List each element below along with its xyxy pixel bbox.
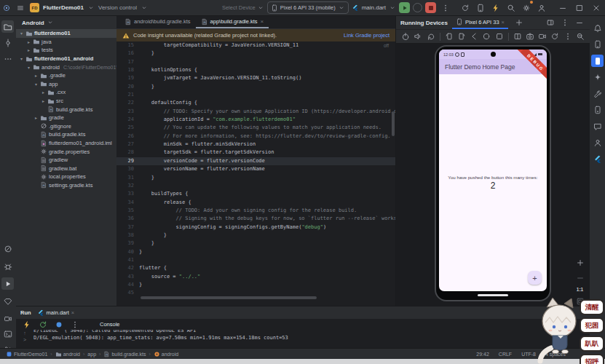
user-icon[interactable] — [535, 1, 547, 14]
tree-chevron-icon[interactable]: ▸ — [41, 98, 46, 103]
video-tool-icon[interactable] — [1, 312, 14, 325]
tree-item[interactable]: ▾app — [16, 80, 116, 89]
power-icon[interactable] — [400, 31, 411, 43]
mascot-action-button[interactable]: 犯困 — [580, 317, 604, 333]
tree-chevron-icon[interactable]: ▾ — [33, 82, 39, 87]
tree-chevron-icon[interactable]: ▾ — [19, 56, 24, 61]
bolt-icon[interactable] — [489, 1, 502, 14]
tree-item[interactable]: build.gradle.kts — [16, 105, 116, 114]
mascot-character[interactable] — [537, 296, 586, 364]
tree-item[interactable]: ▸.gradle — [16, 71, 116, 80]
minimize-button[interactable] — [556, 1, 569, 14]
editor-tab[interactable]: android\build.gradle.kts — [119, 16, 196, 28]
run-button[interactable] — [399, 2, 410, 13]
editor-vertical-scrollbar[interactable] — [392, 111, 395, 136]
project-tool-icon[interactable] — [1, 20, 14, 33]
tree-item[interactable]: ▸.cxx — [16, 88, 116, 97]
gear-icon[interactable] — [520, 1, 532, 14]
console-output[interactable]: ↑ > E/libEGL ( 5048): called unimplement… — [16, 330, 590, 349]
tree-item[interactable]: gradlew.bat — [16, 165, 116, 173]
tree-item[interactable]: ▸src — [16, 97, 116, 106]
build-tool-icon[interactable] — [591, 87, 604, 100]
dart-icon[interactable] — [52, 318, 65, 331]
increment-fab[interactable]: + — [528, 271, 542, 285]
breadcrumb-item[interactable]: app — [87, 352, 96, 357]
run-tab[interactable]: main.dart × — [37, 309, 75, 317]
tree-chevron-icon[interactable]: ▸ — [41, 90, 46, 95]
camera-icon[interactable] — [524, 31, 536, 43]
scroll-up-icon[interactable]: ↑ — [23, 330, 26, 336]
video-icon[interactable] — [537, 31, 548, 43]
close-tab-icon[interactable]: × — [71, 309, 74, 316]
tree-item[interactable]: ▾flutterdemo01_android — [16, 55, 116, 63]
editor-tab[interactable]: app\build.gradle.kts× — [196, 16, 269, 28]
link-gradle-project-link[interactable]: Link Gradle project — [344, 32, 390, 39]
zoom-out-button[interactable] — [574, 272, 586, 284]
more-v-icon[interactable] — [562, 31, 574, 43]
mute-tool-icon[interactable] — [1, 242, 14, 255]
logcat-tool-icon[interactable] — [591, 120, 604, 132]
tree-chevron-icon[interactable]: ▾ — [26, 65, 31, 70]
mascot-action-button[interactable]: 招呼 — [580, 354, 604, 364]
device-tab[interactable]: Pixel 6 API 33 × — [452, 16, 508, 29]
code-editor[interactable]: off 15 targetCompatibility = JavaVersion… — [116, 41, 395, 301]
restart-icon[interactable] — [36, 318, 49, 331]
zoom-in-button[interactable] — [574, 256, 586, 269]
more-options-icon[interactable] — [558, 17, 571, 29]
structure-tool-icon[interactable] — [1, 295, 14, 307]
gesture-nav-bar[interactable] — [478, 294, 508, 296]
tree-item[interactable]: flutterdemo01_android.iml — [16, 139, 116, 148]
tree-item[interactable]: settings.gradle.kts — [16, 181, 116, 190]
tree-item[interactable]: ▾androidC:\code\FlutterDemo01\and — [16, 63, 116, 71]
breadcrumb-item[interactable]: android — [154, 351, 178, 357]
bolt-icon[interactable] — [20, 318, 33, 331]
tree-chevron-icon[interactable]: ▸ — [33, 115, 39, 120]
breadcrumb-item[interactable]: FlutterDemo01 — [6, 351, 47, 357]
attach-debugger-button[interactable] — [413, 3, 422, 12]
bell-tool-icon[interactable] — [591, 22, 604, 34]
bug-tool-icon[interactable] — [1, 260, 14, 272]
zoom-ratio-button[interactable]: 1:1 — [577, 287, 583, 292]
layout-icon[interactable] — [544, 17, 556, 29]
editor-horizontal-scrollbar[interactable] — [141, 296, 317, 299]
flutter-tool-icon[interactable] — [591, 153, 604, 165]
tree-item[interactable]: .gitignore — [16, 122, 116, 131]
fold-icon[interactable] — [512, 31, 523, 43]
status-widget[interactable]: 29:42 — [476, 352, 489, 357]
home-icon[interactable] — [481, 31, 492, 43]
select-device-dropdown[interactable]: Select Device — [222, 4, 264, 12]
tree-chevron-icon[interactable]: ▸ — [26, 47, 31, 52]
commit-tool-icon[interactable] — [1, 36, 14, 49]
hide-panel-icon[interactable] — [573, 17, 585, 29]
breadcrumb-item[interactable]: build.gradle.kts — [103, 351, 146, 357]
mascot-action-button[interactable]: 趴趴 — [580, 336, 604, 352]
breadcrumb-item[interactable]: android — [55, 351, 80, 357]
status-widget[interactable]: CRLF — [499, 352, 512, 357]
emulator-screen[interactable]: 12:03 LTE Flutter Demo Home Page — [439, 50, 547, 291]
snapshot-icon[interactable] — [549, 31, 561, 43]
status-widget[interactable]: UTF-8 — [521, 352, 536, 357]
close-tab-icon[interactable]: × — [261, 18, 264, 25]
running-tool-icon[interactable] — [591, 55, 604, 67]
vcs-widget[interactable]: Version control — [98, 4, 137, 11]
emulator-tool-icon[interactable] — [591, 104, 604, 116]
device-tool-icon[interactable] — [591, 39, 604, 51]
sync-icon[interactable] — [459, 1, 471, 14]
back-icon[interactable] — [468, 31, 480, 43]
gemini-tool-icon[interactable] — [591, 71, 604, 84]
project-avatar[interactable]: FD — [30, 3, 39, 12]
main-menu-icon[interactable] — [14, 1, 26, 14]
recents-icon[interactable] — [493, 31, 505, 43]
rotate-left-icon[interactable] — [443, 31, 455, 43]
stop-button[interactable] — [425, 2, 436, 13]
rotate-right-icon[interactable] — [456, 31, 467, 43]
project-view-selector[interactable]: Android — [16, 16, 116, 29]
tree-chevron-icon[interactable]: ▸ — [26, 39, 31, 44]
console-tab[interactable]: Console — [100, 321, 120, 328]
tree-chevron-icon[interactable]: ▾ — [19, 31, 24, 36]
tree-item[interactable]: ▸tests — [16, 46, 116, 55]
close-tab-icon[interactable]: × — [502, 19, 505, 25]
more-actions-icon[interactable] — [439, 1, 451, 14]
inspection-widget[interactable]: off — [384, 43, 389, 48]
tree-item[interactable]: ▸java — [16, 38, 116, 47]
